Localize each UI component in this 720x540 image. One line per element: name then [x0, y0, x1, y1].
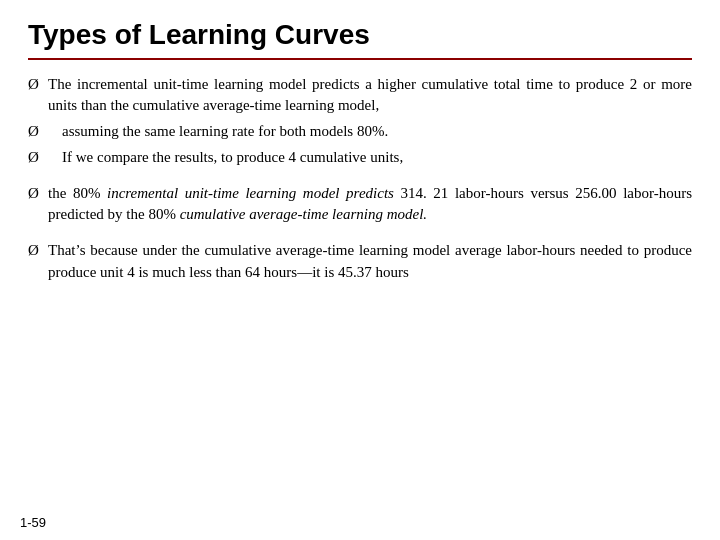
bullet-text-5: That’s because under the cumulative aver… — [48, 240, 692, 284]
content-area: Ø The incremental unit-time learning mod… — [28, 74, 692, 522]
para2-before-italic: the 80% — [48, 185, 107, 201]
page-container: Types of Learning Curves Ø The increment… — [0, 0, 720, 540]
para2-italic1: incremental unit-time learning model pre… — [107, 185, 394, 201]
list-item: Ø If we compare the results, to produce … — [28, 147, 692, 169]
list-item: Ø assuming the same learning rate for bo… — [28, 121, 692, 143]
page-title: Types of Learning Curves — [28, 18, 692, 52]
bullet-text-3: If we compare the results, to produce 4 … — [48, 147, 692, 169]
bullet-symbol-4: Ø — [28, 183, 42, 205]
list-item: Ø the 80% incremental unit-time learning… — [28, 183, 692, 227]
bullet-text-1: The incremental unit-time learning model… — [48, 74, 692, 118]
list-item: Ø That’s because under the cumulative av… — [28, 240, 692, 284]
para2-italic2: cumulative average-time learning model. — [180, 206, 427, 222]
bullet-symbol-2: Ø — [28, 121, 42, 143]
bullet-symbol-5: Ø — [28, 240, 42, 262]
bullet-symbol-3: Ø — [28, 147, 42, 169]
slide-number: 1-59 — [20, 515, 46, 530]
bullet-section-1: Ø The incremental unit-time learning mod… — [28, 74, 692, 169]
list-item: Ø The incremental unit-time learning mod… — [28, 74, 692, 118]
bullet-text-2: assuming the same learning rate for both… — [48, 121, 692, 143]
title-divider — [28, 58, 692, 60]
bullet-text-4: the 80% incremental unit-time learning m… — [48, 183, 692, 227]
bullet-symbol-1: Ø — [28, 74, 42, 96]
